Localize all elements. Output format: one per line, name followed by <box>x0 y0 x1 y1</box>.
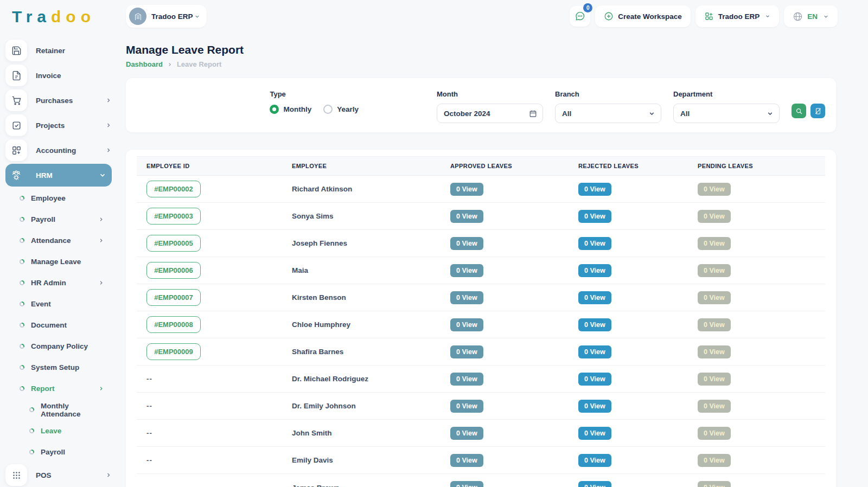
approved-view-button[interactable]: 0 View <box>450 454 483 467</box>
sidebar-item-invoice[interactable]: Invoice <box>5 63 112 88</box>
radio-monthly[interactable]: Monthly <box>270 105 311 114</box>
sidebar-item-label: Purchases <box>36 97 105 105</box>
approved-view-button[interactable]: 0 View <box>450 264 483 277</box>
filter-panel: Type Monthly Yearly Month Branch <box>126 78 836 132</box>
invoice-file-icon <box>5 65 27 86</box>
sidebar-item-leave[interactable]: Leave <box>5 420 112 441</box>
employee-name: Maia <box>282 266 441 274</box>
sidebar-item-report[interactable]: Report <box>5 378 112 399</box>
messages-button[interactable]: 0 <box>570 6 590 27</box>
department-label: Department <box>673 90 780 98</box>
pending-view-button[interactable]: 0 View <box>698 345 731 358</box>
plus-circle-icon <box>604 11 614 21</box>
rejected-view-button[interactable]: 0 View <box>578 454 611 467</box>
employee-id-badge[interactable]: #EMP00008 <box>146 316 201 333</box>
rejected-view-button[interactable]: 0 View <box>578 318 611 331</box>
brand-logo[interactable]: Tradoo <box>5 8 112 26</box>
app-grid-icon <box>704 11 714 21</box>
sidebar-item-hr-admin[interactable]: HR Admin <box>5 272 112 293</box>
sidebar-item-report-payroll[interactable]: Payroll <box>5 441 112 463</box>
month-label: Month <box>437 90 543 98</box>
employee-id-badge[interactable]: #EMP00006 <box>146 262 201 279</box>
rejected-view-button[interactable]: 0 View <box>578 373 611 386</box>
sidebar-item-label: Invoice <box>36 72 112 80</box>
employee-name: Dr. Michael Rodriguez <box>282 375 441 383</box>
calendar-icon[interactable] <box>529 110 537 118</box>
table-row: -- John Smith 0 View 0 View 0 View <box>137 420 825 447</box>
department-select[interactable]: All <box>673 104 780 123</box>
pending-view-button[interactable]: 0 View <box>698 264 731 277</box>
approved-view-button[interactable]: 0 View <box>450 291 483 304</box>
sidebar-item-company-policy[interactable]: Company Policy <box>5 336 112 357</box>
sidebar-item-system-setup[interactable]: System Setup <box>5 357 112 378</box>
approved-view-button[interactable]: 0 View <box>450 481 483 487</box>
sidebar-item-purchases[interactable]: Purchases <box>5 88 112 113</box>
sidebar-item-monthly-attendance[interactable]: Monthly Attendance <box>5 399 112 420</box>
table-row: #EMP00009 Shafira Barnes 0 View 0 View 0… <box>137 338 825 366</box>
employee-id-empty: -- <box>137 375 282 383</box>
rejected-view-button[interactable]: 0 View <box>578 210 611 223</box>
breadcrumb-dashboard-link[interactable]: Dashboard <box>126 60 163 68</box>
approved-view-button[interactable]: 0 View <box>450 318 483 331</box>
pending-view-button[interactable]: 0 View <box>698 237 731 250</box>
create-workspace-button[interactable]: Create Workspace <box>595 5 691 27</box>
approved-view-button[interactable]: 0 View <box>450 345 483 358</box>
col-pending-leaves: PENDING LEAVES <box>688 163 825 169</box>
sidebar-item-event[interactable]: Event <box>5 293 112 315</box>
bullet-icon <box>29 428 34 433</box>
sidebar-item-label: POS <box>36 471 105 479</box>
pending-view-button[interactable]: 0 View <box>698 291 731 304</box>
branch-select[interactable]: All <box>555 104 661 123</box>
approved-view-button[interactable]: 0 View <box>450 183 483 196</box>
radio-yearly[interactable]: Yearly <box>323 105 359 114</box>
pending-view-button[interactable]: 0 View <box>698 373 731 386</box>
approved-view-button[interactable]: 0 View <box>450 373 483 386</box>
rejected-view-button[interactable]: 0 View <box>578 237 611 250</box>
employee-id-badge[interactable]: #EMP00005 <box>146 235 201 252</box>
approved-view-button[interactable]: 0 View <box>450 400 483 413</box>
workspace-switcher[interactable]: Tradoo ERP <box>126 5 207 28</box>
rejected-view-button[interactable]: 0 View <box>578 264 611 277</box>
sidebar-item-retainer[interactable]: Retainer <box>5 38 112 63</box>
pending-view-button[interactable]: 0 View <box>698 427 731 440</box>
bullet-icon <box>20 302 24 306</box>
search-button[interactable] <box>792 104 806 118</box>
pending-view-button[interactable]: 0 View <box>698 210 731 223</box>
sidebar-item-projects[interactable]: Projects <box>5 113 112 138</box>
reset-filter-button[interactable] <box>810 104 825 118</box>
employee-id-badge[interactable]: #EMP00002 <box>146 181 201 197</box>
sidebar-item-manage-leave[interactable]: Manage Leave <box>5 251 112 272</box>
chevron-right-icon <box>98 280 104 286</box>
pending-view-button[interactable]: 0 View <box>698 318 731 331</box>
sidebar-item-accounting[interactable]: Accounting <box>5 138 112 163</box>
table-row: #EMP00003 Sonya Sims 0 View 0 View 0 Vie… <box>137 203 825 230</box>
employee-id-badge[interactable]: #EMP00009 <box>146 343 201 360</box>
rejected-view-button[interactable]: 0 View <box>578 427 611 440</box>
rejected-view-button[interactable]: 0 View <box>578 291 611 304</box>
type-filter: Type Monthly Yearly <box>270 90 359 114</box>
approved-view-button[interactable]: 0 View <box>450 427 483 440</box>
rejected-view-button[interactable]: 0 View <box>578 183 611 196</box>
rejected-view-button[interactable]: 0 View <box>578 345 611 358</box>
sidebar-item-document[interactable]: Document <box>5 315 112 336</box>
pending-view-button[interactable]: 0 View <box>698 183 731 196</box>
retainer-save-icon <box>5 40 27 61</box>
sidebar-item-pos[interactable]: POS <box>5 463 112 487</box>
pending-view-button[interactable]: 0 View <box>698 400 731 413</box>
sidebar-item-hrm[interactable]: HRM <box>5 164 112 187</box>
rejected-view-button[interactable]: 0 View <box>578 481 611 487</box>
month-input[interactable] <box>444 110 524 118</box>
pending-view-button[interactable]: 0 View <box>698 454 731 467</box>
sidebar-item-payroll[interactable]: Payroll <box>5 209 112 230</box>
employee-id-badge[interactable]: #EMP00007 <box>146 289 201 306</box>
app-switcher-button[interactable]: Tradoo ERP <box>695 5 780 27</box>
language-selector[interactable]: EN <box>784 5 838 27</box>
table-row: -- James Brown 0 View 0 View 0 View <box>137 474 825 487</box>
pending-view-button[interactable]: 0 View <box>698 481 731 487</box>
employee-id-badge[interactable]: #EMP00003 <box>146 208 201 225</box>
approved-view-button[interactable]: 0 View <box>450 210 483 223</box>
rejected-view-button[interactable]: 0 View <box>578 400 611 413</box>
approved-view-button[interactable]: 0 View <box>450 237 483 250</box>
sidebar-item-employee[interactable]: Employee <box>5 188 112 209</box>
sidebar-item-attendance[interactable]: Attendance <box>5 230 112 251</box>
